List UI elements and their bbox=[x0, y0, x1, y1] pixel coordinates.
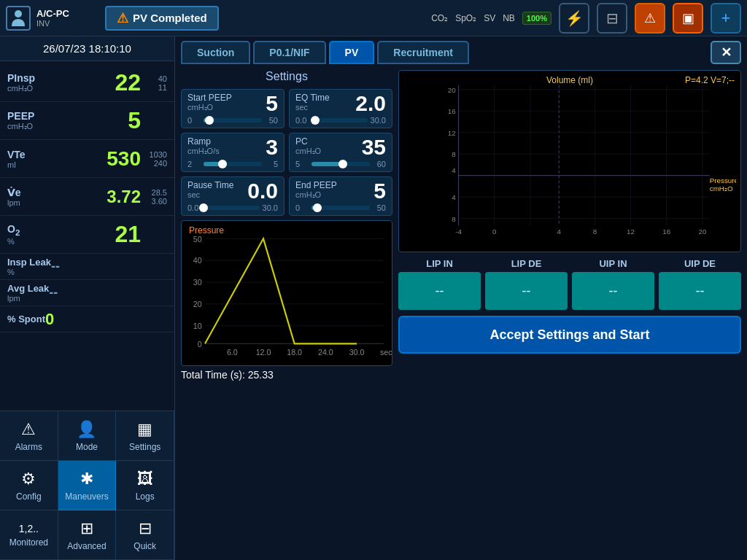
tab-recruitment[interactable]: Recruitment bbox=[377, 41, 469, 64]
patient-name: A/C-PC bbox=[36, 8, 69, 19]
uip-de-label: UIP DE bbox=[684, 258, 716, 269]
svg-text:30: 30 bbox=[193, 278, 202, 287]
battery-level: 100% bbox=[527, 14, 547, 23]
advanced-label: Advanced bbox=[67, 541, 106, 551]
param-pinsp: PInsp cmH₂O 22 4011 bbox=[0, 64, 174, 102]
nav-config[interactable]: ⚙ Config bbox=[0, 461, 58, 510]
svg-text:30.0: 30.0 bbox=[349, 348, 365, 357]
svg-text:50: 50 bbox=[193, 235, 202, 244]
settings-grid: Start PEEPcmH₂O 5 0 50 EQ Timesec bbox=[181, 89, 392, 216]
param-ve: V̇e lpm 3.72 28.53.60 bbox=[0, 178, 174, 216]
alarms-label: Alarms bbox=[15, 442, 42, 452]
status-label: PV Completed bbox=[133, 12, 207, 24]
monitored-icon: 1,2.. bbox=[19, 523, 39, 534]
tab-suction[interactable]: Suction bbox=[181, 41, 250, 64]
maneuvers-label: Maneuvers bbox=[65, 491, 108, 502]
vte-value: 530 bbox=[82, 147, 141, 171]
uip-de-card: UIP DE -- bbox=[659, 258, 741, 310]
svg-text:4: 4 bbox=[452, 193, 456, 201]
nav-mode[interactable]: 👤 Mode bbox=[58, 411, 117, 461]
right-panel: Suction P0.1/NIF PV Recruitment ✕ Settin… bbox=[175, 36, 747, 560]
svg-text:8: 8 bbox=[452, 150, 456, 158]
param-avg-leak: Avg Leak lpm -- bbox=[0, 280, 174, 306]
svg-text:40: 40 bbox=[193, 256, 202, 265]
monitored-label: Monitored bbox=[9, 537, 48, 548]
alarm-bell-icon[interactable]: ⚠ bbox=[635, 3, 665, 34]
svg-text:20: 20 bbox=[193, 300, 202, 308]
svg-text:4: 4 bbox=[452, 166, 456, 174]
main-content: 26/07/23 18:10:10 PInsp cmH₂O 22 4011 PE… bbox=[0, 36, 747, 560]
svg-text:12: 12 bbox=[627, 228, 635, 236]
lip-uip-row: LIP IN -- LIP DE -- UIP IN -- UIP DE -- bbox=[398, 258, 741, 310]
param-peep: PEEP cmH₂O 5 bbox=[0, 102, 174, 140]
nav-alarms[interactable]: ⚠ Alarms bbox=[0, 411, 58, 461]
settings-label: Settings bbox=[129, 442, 160, 452]
display-icon[interactable]: ▣ bbox=[673, 3, 703, 34]
pv-p-value: P=4.2 V=7;-- bbox=[685, 75, 735, 85]
o2-value: 21 bbox=[82, 221, 141, 248]
left-panel: 26/07/23 18:10:10 PInsp cmH₂O 22 4011 PE… bbox=[0, 36, 175, 560]
svg-text:16: 16 bbox=[662, 228, 670, 236]
maneuvers-icon: ✱ bbox=[80, 470, 93, 489]
svg-text:sec: sec bbox=[380, 348, 392, 357]
params-area: PInsp cmH₂O 22 4011 PEEP cmH₂O 5 VTe ml bbox=[0, 61, 174, 411]
svg-text:12: 12 bbox=[448, 129, 456, 137]
svg-text:0: 0 bbox=[492, 228, 497, 236]
lip-in-card: LIP IN -- bbox=[398, 258, 481, 310]
svg-text:12.0: 12.0 bbox=[256, 348, 271, 357]
svg-point-0 bbox=[15, 10, 22, 18]
top-bar: A/C-PC INV ⚠ PV Completed CO₂ SpO₂ SV NB… bbox=[0, 0, 747, 36]
nav-logs[interactable]: 🖼 Logs bbox=[116, 461, 174, 510]
svg-text:0: 0 bbox=[198, 340, 202, 349]
close-button[interactable]: ✕ bbox=[711, 41, 741, 64]
param-vte: VTe ml 530 1030240 bbox=[0, 140, 174, 178]
advanced-icon: ⊞ bbox=[80, 519, 93, 538]
left-settings: Settings Start PEEPcmH₂O 5 0 50 bbox=[181, 70, 392, 381]
nav-advanced[interactable]: ⊞ Advanced bbox=[58, 510, 117, 560]
svg-text:16: 16 bbox=[448, 107, 456, 115]
patient-mode: INV bbox=[36, 19, 69, 28]
pv-chart: Volume (ml) P=4.2 V=7;-- bbox=[398, 70, 741, 252]
battery-indicator: 100% bbox=[522, 12, 551, 25]
add-button[interactable]: + bbox=[711, 3, 741, 34]
lip-de-value: -- bbox=[485, 272, 568, 310]
svg-text:8: 8 bbox=[452, 215, 456, 223]
nb-label: NB bbox=[503, 13, 515, 23]
status-badge: ⚠ PV Completed bbox=[105, 6, 219, 31]
svg-text:Pressure: Pressure bbox=[710, 176, 736, 184]
tab-pv[interactable]: PV bbox=[329, 41, 375, 64]
svg-text:18.0: 18.0 bbox=[287, 348, 302, 357]
tab-p01nif[interactable]: P0.1/NIF bbox=[253, 41, 325, 64]
nav-monitored[interactable]: 1,2.. Monitored bbox=[0, 510, 58, 560]
setting-pause-time: Pause Timesec 0.0 0.0 30.0 bbox=[181, 176, 285, 216]
mode-icon: 👤 bbox=[77, 420, 96, 439]
chart-section: Volume (ml) P=4.2 V=7;-- bbox=[398, 70, 741, 381]
middle-section: Settings Start PEEPcmH₂O 5 0 50 bbox=[181, 70, 741, 381]
peep-value: 5 bbox=[82, 107, 141, 134]
logs-icon: 🖼 bbox=[137, 470, 153, 489]
svg-text:-4: -4 bbox=[455, 228, 462, 236]
warning-triangle-icon: ⚠ bbox=[117, 10, 128, 26]
nav-quick[interactable]: ⊟ Quick bbox=[116, 510, 174, 560]
nav-buttons: ⚠ Alarms 👤 Mode ▦ Settings ⚙ Config ✱ Ma… bbox=[0, 411, 174, 560]
alarms-icon: ⚠ bbox=[21, 420, 36, 439]
config-label: Config bbox=[16, 491, 42, 502]
quick-label: Quick bbox=[133, 541, 156, 551]
svg-text:4: 4 bbox=[557, 228, 562, 236]
setting-start-peep: Start PEEPcmH₂O 5 0 50 bbox=[181, 89, 285, 128]
nav-settings[interactable]: ▦ Settings bbox=[116, 411, 174, 461]
svg-text:10: 10 bbox=[193, 322, 202, 330]
param-pct-spont: % Spont 0 bbox=[0, 306, 174, 332]
setting-eq-time: EQ Timesec 2.0 0.0 30.0 bbox=[289, 89, 392, 128]
lip-de-card: LIP DE -- bbox=[485, 258, 568, 310]
accept-settings-button[interactable]: Accept Settings and Start bbox=[398, 316, 741, 354]
lip-de-label: LIP DE bbox=[511, 258, 542, 269]
menu-icon[interactable]: ⊟ bbox=[597, 3, 627, 34]
config-icon: ⚙ bbox=[21, 470, 36, 489]
pressure-chart: Pressure 50 40 30 20 10 bbox=[181, 220, 392, 366]
tab-row: Suction P0.1/NIF PV Recruitment ✕ bbox=[181, 41, 741, 64]
settings-icon: ▦ bbox=[137, 420, 152, 439]
lip-in-label: LIP IN bbox=[426, 258, 453, 269]
nav-maneuvers[interactable]: ✱ Maneuvers bbox=[58, 461, 117, 510]
power-icon[interactable]: ⚡ bbox=[559, 3, 589, 34]
